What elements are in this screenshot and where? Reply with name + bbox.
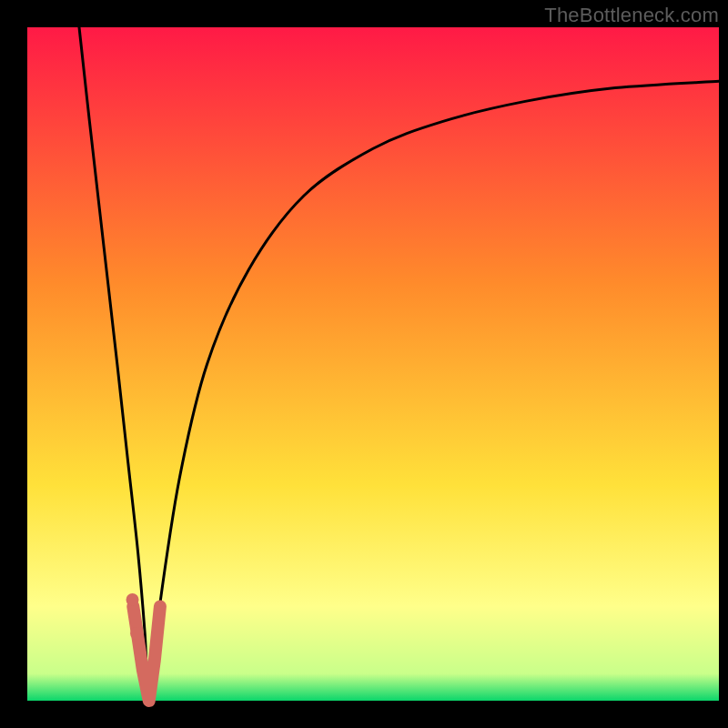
chart-svg xyxy=(0,0,728,728)
chart-container: TheBottleneck.com xyxy=(0,0,728,728)
watermark-text: TheBottleneck.com xyxy=(544,4,719,27)
marker-dot xyxy=(126,593,139,606)
marker-dot xyxy=(130,627,143,640)
